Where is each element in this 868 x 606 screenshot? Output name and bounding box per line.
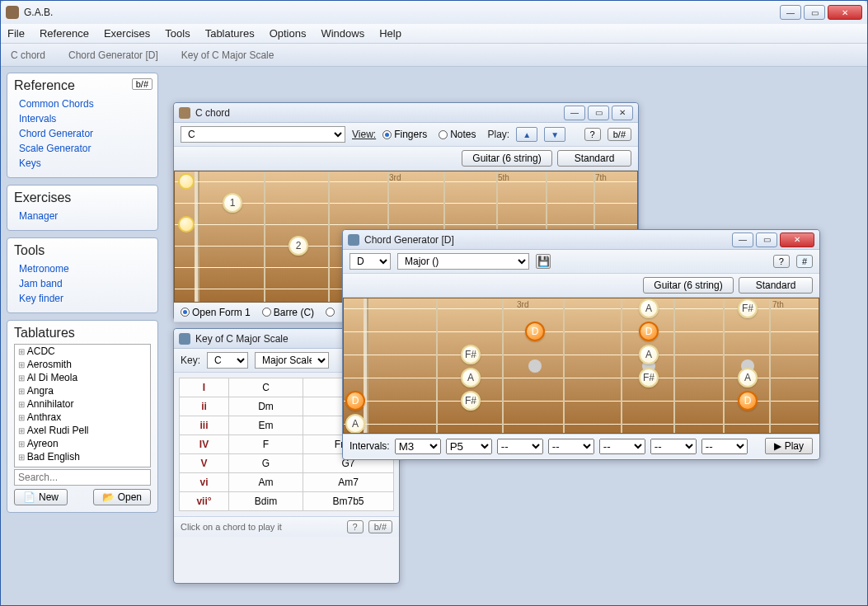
chordgen-window: Chord Generator [D] — ▭ ✕ D Major () 💾 ?… <box>342 229 820 460</box>
fret7-label: 7th <box>595 173 607 182</box>
cchord-instrument[interactable]: Guitar (6 string) <box>462 150 552 167</box>
link-metronome[interactable]: Metronome <box>14 261 151 276</box>
chordgen-min[interactable]: — <box>732 233 753 247</box>
tab-item[interactable]: Angra <box>15 384 150 397</box>
chordgen-sharp[interactable]: # <box>796 255 813 268</box>
link-manager[interactable]: Manager <box>14 209 151 223</box>
menu-file[interactable]: File <box>7 27 25 40</box>
note-marker: A <box>738 368 758 388</box>
mode-select[interactable]: Major Scale <box>255 352 329 369</box>
chordgen-quality-select[interactable]: Major () <box>397 253 529 270</box>
bsharp-toggle[interactable]: b/# <box>132 78 152 90</box>
menu-tablatures[interactable]: Tablatures <box>205 27 255 40</box>
view-notes-radio[interactable]: Notes <box>439 129 476 140</box>
tab-cchord[interactable]: C chord <box>11 49 45 61</box>
maximize-button[interactable]: ▭ <box>804 5 825 20</box>
open-string <box>178 173 195 190</box>
tab-item[interactable]: Annihilator <box>15 397 150 411</box>
key-select[interactable]: C <box>207 352 248 369</box>
link-key-finder[interactable]: Key finder <box>14 291 151 306</box>
gen-fret7: 7th <box>772 300 784 309</box>
note-marker: D <box>345 391 365 411</box>
tab-item[interactable]: Al Di Meola <box>15 371 150 384</box>
note-marker: D <box>738 391 758 411</box>
cchord-help[interactable]: ? <box>584 128 601 141</box>
tab-item[interactable]: Ayreon <box>15 437 150 450</box>
interval-2[interactable]: P5 <box>446 439 492 454</box>
note-marker: A <box>461 368 481 388</box>
tablatures-list[interactable]: ACDC Aerosmith Al Di Meola Angra Annihil… <box>14 344 151 467</box>
link-scale-generator[interactable]: Scale Generator <box>14 141 151 156</box>
menu-reference[interactable]: Reference <box>40 27 89 40</box>
tab-item[interactable]: Axel Rudi Pell <box>15 424 150 437</box>
link-intervals[interactable]: Intervals <box>14 111 151 126</box>
tablatures-search[interactable] <box>14 469 151 486</box>
scale-icon <box>179 333 190 345</box>
tab-item[interactable]: ACDC <box>15 345 150 358</box>
open-form-radio[interactable]: Open Form 1 <box>181 307 251 318</box>
note-marker: A <box>639 345 659 364</box>
tab-item[interactable]: Aerosmith <box>15 358 150 371</box>
link-common-chords[interactable]: Common Chords <box>14 96 151 111</box>
fret5-label: 5th <box>498 173 509 182</box>
scale-hint: Click on a chord to play it <box>181 522 282 532</box>
panel-exercises: Exercises Manager <box>7 185 158 231</box>
new-button[interactable]: 📄 New <box>14 489 68 505</box>
interval-7[interactable]: -- <box>701 439 748 454</box>
link-keys[interactable]: Keys <box>14 156 151 171</box>
intervals-label: Intervals: <box>350 440 390 452</box>
exercises-title: Exercises <box>14 190 151 205</box>
cchord-root-select[interactable]: C <box>181 126 345 143</box>
link-chord-generator[interactable]: Chord Generator <box>14 126 151 141</box>
scale-help[interactable]: ? <box>347 520 364 533</box>
note-marker: F# <box>639 368 659 388</box>
menu-windows[interactable]: Windows <box>321 27 364 40</box>
note-marker: A <box>345 414 365 434</box>
play-down[interactable]: ▼ <box>544 127 565 142</box>
scale-bsharp[interactable]: b/# <box>368 520 392 533</box>
chordgen-icon <box>348 234 359 246</box>
tab-chordgen[interactable]: Chord Generator [D] <box>68 49 158 61</box>
tab-item[interactable]: Bad English <box>15 450 150 463</box>
cchord-min[interactable]: — <box>564 106 585 120</box>
main-window: G.A.B. — ▭ ✕ File Reference Exercises To… <box>0 0 868 606</box>
barre-radio[interactable]: Barre (C) <box>262 307 314 318</box>
chordgen-max[interactable]: ▭ <box>756 233 777 247</box>
table-row: viAmAm7 <box>180 473 394 492</box>
menu-help[interactable]: Help <box>379 27 401 40</box>
play-up[interactable]: ▲ <box>516 127 537 142</box>
interval-6[interactable]: -- <box>650 439 697 454</box>
tab-item[interactable]: Anthrax <box>15 411 150 424</box>
cchord-max[interactable]: ▭ <box>588 106 609 120</box>
view-fingers-radio[interactable]: Fingers <box>382 129 427 140</box>
interval-4[interactable]: -- <box>548 439 594 454</box>
interval-3[interactable]: -- <box>497 439 543 454</box>
chordgen-help[interactable]: ? <box>773 255 790 268</box>
document-tabs: C chord Chord Generator [D] Key of C Maj… <box>1 44 867 67</box>
app-icon <box>6 6 19 19</box>
menu-options[interactable]: Options <box>270 27 307 40</box>
chordgen-tuning[interactable]: Standard <box>739 277 813 294</box>
open-button[interactable]: 📂 Open <box>93 489 151 505</box>
link-jam-band[interactable]: Jam band <box>14 276 151 291</box>
minimize-button[interactable]: — <box>780 5 801 20</box>
menu-tools[interactable]: Tools <box>165 27 190 40</box>
extra-radio[interactable] <box>326 308 335 317</box>
finger-2: 2 <box>289 236 308 256</box>
cchord-bsharp[interactable]: b/# <box>608 128 631 141</box>
chordgen-title: Chord Generator [D] <box>364 234 732 246</box>
chordgen-instrument[interactable]: Guitar (6 string) <box>643 277 734 294</box>
chordgen-fretboard[interactable]: 3rd 7th DAF#AF#DF#ADAF#AD <box>343 298 819 434</box>
menubar: File Reference Exercises Tools Tablature… <box>1 24 867 44</box>
chordgen-close[interactable]: ✕ <box>780 233 814 247</box>
cchord-close[interactable]: ✕ <box>612 106 633 120</box>
play-button[interactable]: ▶ Play <box>765 438 813 454</box>
interval-1[interactable]: M3 <box>395 439 441 454</box>
menu-exercises[interactable]: Exercises <box>104 27 150 40</box>
chordgen-root-select[interactable]: D <box>350 253 391 270</box>
tab-scale[interactable]: Key of C Major Scale <box>181 49 274 61</box>
save-icon[interactable]: 💾 <box>536 254 551 269</box>
cchord-tuning[interactable]: Standard <box>557 150 631 167</box>
close-button[interactable]: ✕ <box>828 5 862 20</box>
interval-5[interactable]: -- <box>599 439 645 454</box>
